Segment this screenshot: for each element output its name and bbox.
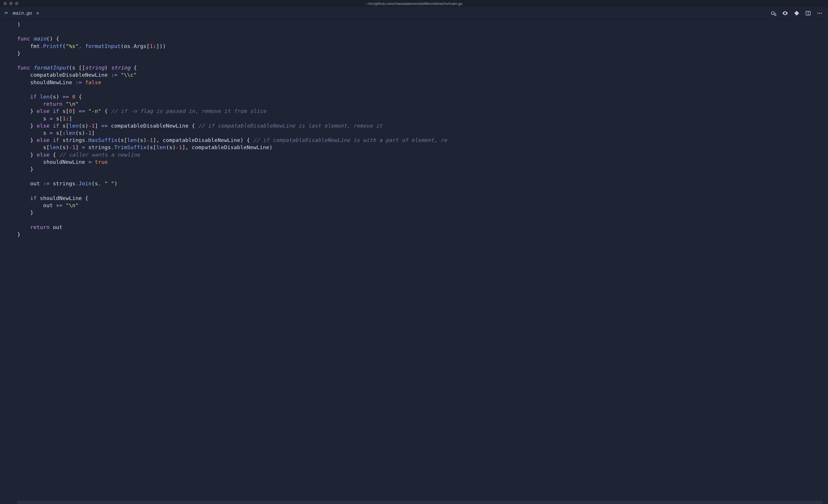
code-line[interactable]: if shouldNewLine {	[17, 194, 828, 202]
tab-filename: main.go	[12, 10, 32, 16]
code-line[interactable]: shouldNewLine = true	[17, 158, 828, 166]
code-line[interactable]: s[len(s)-1] = strings.TrimSuffix(s[len(s…	[17, 144, 828, 151]
window-title-path: ~/src/github.com/chaseadamsio/dotfiles/u…	[366, 1, 462, 6]
code-line[interactable]: return "\n"	[17, 100, 828, 107]
code-line[interactable]: } else if strings.HasSuffix(s[len(s)-1],…	[17, 136, 828, 144]
editor-toolbar	[771, 7, 828, 19]
split-editor-icon[interactable]	[805, 10, 811, 16]
code-line[interactable]: if len(s) == 0 {	[17, 93, 828, 100]
minimize-window-icon[interactable]	[9, 2, 13, 5]
close-window-icon[interactable]	[3, 2, 7, 5]
code-line[interactable]: out := strings.Join(s, " ")	[17, 180, 828, 187]
code-line[interactable]	[17, 173, 828, 180]
code-line[interactable]	[17, 28, 828, 35]
code-line[interactable]: s = s[1:]	[17, 115, 828, 122]
code-line[interactable]: }	[17, 50, 828, 57]
preview-icon[interactable]	[782, 10, 788, 16]
code-line[interactable]: } else if s[0] == "-n" { // if -n flag i…	[17, 107, 828, 114]
horizontal-scrollbar[interactable]	[17, 501, 822, 504]
code-line[interactable]	[17, 216, 828, 223]
svg-point-7	[821, 13, 822, 13]
editor-window: ~/src/github.com/chaseadamsio/dotfiles/u…	[0, 0, 828, 504]
svg-line-2	[776, 15, 777, 16]
code-line[interactable]: s = s[:len(s)-1]	[17, 129, 828, 136]
svg-point-5	[818, 13, 819, 13]
diff-icon[interactable]	[793, 10, 800, 16]
code-line[interactable]: }	[17, 209, 828, 216]
code-line[interactable]: shouldNewLine := false	[17, 79, 828, 86]
code-line[interactable]: }	[17, 231, 828, 238]
code-line[interactable]	[17, 187, 828, 194]
code-line[interactable]	[17, 57, 828, 64]
maximize-window-icon[interactable]	[15, 2, 18, 5]
tab-bar: main.go ✕	[0, 7, 828, 19]
code-line[interactable]: }	[17, 166, 828, 173]
find-replace-icon[interactable]	[771, 10, 777, 16]
svg-point-6	[819, 13, 820, 13]
more-actions-icon[interactable]	[817, 10, 823, 16]
code-line[interactable]	[17, 86, 828, 93]
code-line[interactable]: )	[17, 21, 828, 28]
close-tab-icon[interactable]: ✕	[35, 10, 39, 16]
code-line[interactable]: } else { // caller wants a newline	[17, 151, 828, 158]
code-line[interactable]: } else if s[len(s)-1] == compatableDisab…	[17, 122, 828, 129]
tab-main-go[interactable]: main.go ✕	[0, 7, 43, 19]
window-titlebar: ~/src/github.com/chaseadamsio/dotfiles/u…	[0, 0, 828, 7]
code-line[interactable]: fmt.Printf("%s", formatInput(os.Args[1:]…	[17, 43, 828, 50]
code-content[interactable]: ) func main() { fmt.Printf("%s", formatI…	[0, 19, 828, 244]
code-line[interactable]: compatableDisableNewLine := "\\c"	[17, 71, 828, 79]
traffic-lights	[0, 2, 18, 5]
code-line[interactable]: func main() {	[17, 35, 828, 42]
code-editor[interactable]: ) func main() { fmt.Printf("%s", formatI…	[0, 19, 828, 504]
code-line[interactable]: func formatInput(s []string) string {	[17, 64, 828, 71]
tabs-container: main.go ✕	[0, 7, 43, 19]
go-file-icon	[4, 11, 9, 16]
code-line[interactable]: out += "\n"	[17, 202, 828, 209]
code-line[interactable]: return out	[17, 224, 828, 231]
